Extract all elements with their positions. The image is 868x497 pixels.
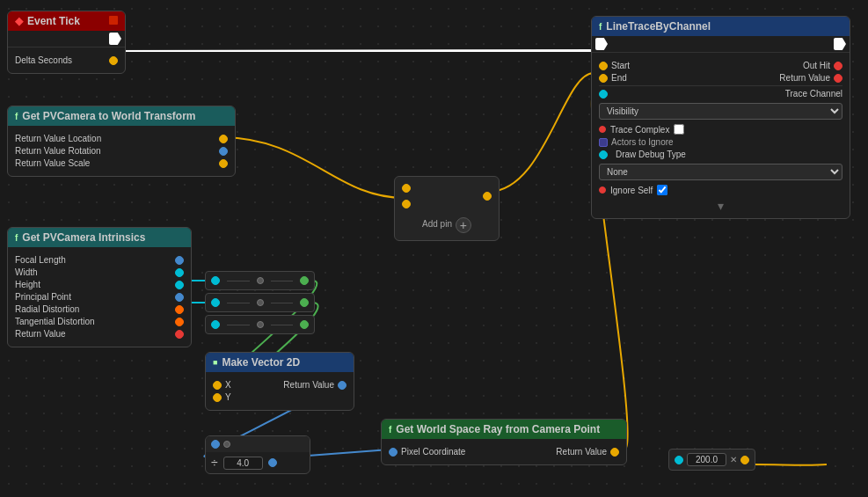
mult-node-1 <box>205 271 315 290</box>
mult1-out[interactable] <box>300 276 309 285</box>
width-pin[interactable] <box>175 268 184 277</box>
intrinsics-return-val-pin[interactable] <box>175 330 184 339</box>
val200-close-icon[interactable]: ✕ <box>730 455 737 464</box>
func-icon4: f <box>389 425 391 435</box>
mult-node-3 <box>205 315 315 334</box>
mult2-in-left[interactable] <box>211 298 220 307</box>
val200-in-pin[interactable] <box>675 456 683 464</box>
y-pin[interactable] <box>213 393 222 402</box>
delta-seconds-row: Delta Seconds <box>15 55 118 65</box>
actors-ignore-pin[interactable] <box>599 138 608 147</box>
pixel-coord-pin[interactable] <box>389 448 398 457</box>
divide-value-input[interactable]: 4.0 <box>223 457 263 470</box>
diamond-icon: ◆ <box>15 15 23 27</box>
trace-channel-pin[interactable] <box>599 90 608 99</box>
get-world-ray-header: f Get World Space Ray from Camera Point <box>382 420 626 439</box>
radial-distortion-label: Radial Distortion <box>15 304 79 314</box>
return-val-label2: Return Value <box>779 73 830 83</box>
add-pin-in2[interactable] <box>402 200 411 208</box>
line-trace-body: Start Out Hit End Return Value Trace Cha… <box>592 53 850 218</box>
width-label: Width <box>15 267 38 277</box>
event-tick-header: ◆ Event Tick <box>8 11 125 31</box>
draw-debug-pin[interactable] <box>599 150 608 159</box>
trace-complex-checkbox[interactable] <box>674 124 684 135</box>
mult3-in-left[interactable] <box>211 320 220 329</box>
make-vector-2d-body: X Return Value Y <box>206 372 354 410</box>
mult3-mid <box>257 321 264 328</box>
make-vec-return-pin[interactable] <box>338 381 346 390</box>
val200-input[interactable]: 200.0 <box>687 453 726 466</box>
trace-complex-pin[interactable] <box>599 126 606 133</box>
end-pin[interactable] <box>599 74 608 83</box>
ignore-self-pin[interactable] <box>599 186 606 194</box>
return-val-rot-pin[interactable] <box>219 147 228 156</box>
focal-length-row: Focal Length <box>15 255 184 265</box>
get-pvcamera-world-title: Get PVCamera to World Transform <box>22 110 195 122</box>
return-val-pin2[interactable] <box>834 74 842 83</box>
make-vector-2d-header: ■ Make Vector 2D <box>206 353 354 372</box>
width-row: Width <box>15 267 184 277</box>
tangential-distortion-label: Tangential Distortion <box>15 317 95 326</box>
mult-node-2 <box>205 293 315 312</box>
intrinsics-return-val-label: Return Value <box>15 329 66 339</box>
add-pin-in1[interactable] <box>402 184 411 193</box>
ignore-self-checkbox[interactable] <box>657 185 667 195</box>
mult1-in-left[interactable] <box>211 276 220 285</box>
get-world-ray-node: f Get World Space Ray from Camera Point … <box>381 419 627 465</box>
event-tick-node: ◆ Event Tick Delta Seconds <box>7 11 126 74</box>
pixel-return-row: Pixel Coordinate Return Value <box>389 447 619 457</box>
add-pin-node: Add pin + <box>394 176 500 241</box>
return-val-rot-row: Return Value Rotation <box>15 146 228 156</box>
add-pin-io-row <box>402 184 492 208</box>
line-trace-header: f LineTraceByChannel <box>592 17 850 36</box>
x-pin[interactable] <box>213 381 222 390</box>
get-pvcamera-intrinsics-header: f Get PVCamera Intrinsics <box>8 228 191 247</box>
delta-seconds-pin[interactable] <box>109 56 118 65</box>
trace-channel-header-row: Trace Channel <box>599 89 842 99</box>
divide-in-pin[interactable] <box>211 440 220 449</box>
x-row: X Return Value <box>213 380 346 390</box>
make-vector-2d-title: Make Vector 2D <box>222 356 300 369</box>
end-label: End <box>611 73 627 83</box>
tangential-distortion-pin[interactable] <box>175 318 184 326</box>
world-ray-return-pin[interactable] <box>610 448 619 457</box>
x-label: X <box>225 380 231 390</box>
end-return-row: End Return Value <box>599 73 842 83</box>
func-icon: f <box>15 112 18 121</box>
return-val-loc-pin[interactable] <box>219 135 228 143</box>
ignore-self-row: Ignore Self <box>599 185 842 195</box>
out-hit-label: Out Hit <box>803 61 830 70</box>
mult3-out[interactable] <box>300 320 309 329</box>
divide-out-pin[interactable] <box>268 458 277 467</box>
add-pin-button[interactable]: + <box>456 217 471 233</box>
trace-channel-select[interactable]: Visibility <box>599 103 842 120</box>
radial-distortion-pin[interactable] <box>175 305 184 314</box>
principal-point-pin[interactable] <box>175 293 184 302</box>
return-val-scale-pin[interactable] <box>219 159 228 168</box>
exec-bar <box>8 31 125 48</box>
divide-node: ÷ 4.0 <box>205 435 310 474</box>
add-pin-out1[interactable] <box>483 192 492 201</box>
value-200-node: 200.0 ✕ <box>668 449 755 471</box>
line-trace-title: LineTraceByChannel <box>606 20 711 33</box>
start-pin[interactable] <box>599 62 608 70</box>
return-val-loc-label: Return Value Location <box>15 134 101 143</box>
out-hit-pin[interactable] <box>834 62 842 70</box>
val200-out-pin[interactable] <box>740 456 749 464</box>
make-vector-icon: ■ <box>213 358 217 367</box>
exec-pin-out <box>109 33 121 45</box>
draw-debug-header-row: Draw Debug Type <box>599 150 842 159</box>
draw-debug-select[interactable]: None <box>599 164 842 180</box>
exec-out <box>834 38 846 50</box>
divide-op: ÷ <box>211 456 218 470</box>
height-pin[interactable] <box>175 281 184 289</box>
focal-length-pin[interactable] <box>175 256 184 265</box>
draw-debug-label: Draw Debug Type <box>616 150 686 159</box>
return-val-rot-label: Return Value Rotation <box>15 146 101 156</box>
return-val-loc-row: Return Value Location <box>15 134 228 143</box>
event-tick-body: Delta Seconds <box>8 48 125 73</box>
divider1 <box>599 85 842 86</box>
mult2-out[interactable] <box>300 298 309 307</box>
mult2-mid <box>257 299 264 306</box>
ignore-self-label: Ignore Self <box>610 186 653 195</box>
